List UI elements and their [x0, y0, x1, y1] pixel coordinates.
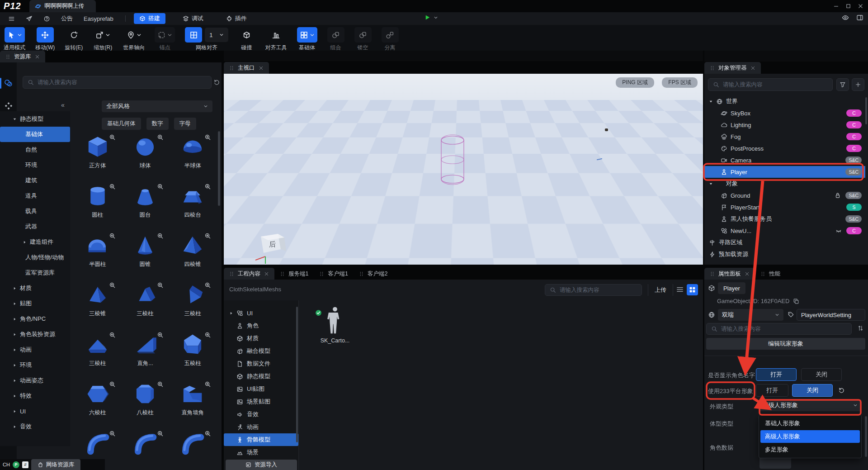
object-name-chip[interactable]: Player: [718, 282, 745, 294]
style-filter-dropdown[interactable]: 全部风格: [102, 100, 212, 112]
category-item[interactable]: 建造组件: [0, 234, 70, 250]
magnify-plus-icon[interactable]: [157, 135, 164, 141]
drag-handle-icon[interactable]: [710, 66, 715, 71]
mode-button[interactable]: 搭建: [134, 13, 165, 24]
object-tree-row[interactable]: Lighting C: [704, 119, 865, 131]
magnify-plus-icon[interactable]: [204, 332, 211, 338]
properties-scrollbar[interactable]: [865, 416, 867, 457]
asset-shape-item[interactable]: 八棱柱: [121, 382, 169, 421]
toolbar-tool[interactable]: 分离: [382, 27, 399, 52]
nameplate-on-button[interactable]: 打开: [756, 368, 797, 381]
ime-toggle-icon[interactable]: ⇵: [22, 461, 28, 468]
project-tree-row[interactable]: 数据文件: [224, 357, 298, 370]
drag-handle-icon[interactable]: [710, 271, 715, 276]
magnify-plus-icon[interactable]: [204, 430, 211, 437]
tab-performance[interactable]: 性能: [755, 268, 786, 280]
magnify-plus-icon[interactable]: [204, 282, 211, 289]
asset-shape-item[interactable]: [169, 431, 217, 470]
asset-shape-item[interactable]: 球体: [121, 135, 169, 174]
minimize-icon[interactable]: [833, 3, 839, 9]
shapes-rail-icon[interactable]: [4, 79, 13, 88]
appearance-type-select[interactable]: 高级人形形象: [759, 399, 862, 411]
asset-shape-item[interactable]: 六棱柱: [74, 382, 121, 421]
network-library-button[interactable]: 网络资源库: [31, 459, 81, 470]
import-resource-button[interactable]: 资源导入: [226, 460, 297, 470]
expander-icon[interactable]: [13, 425, 17, 429]
project-tree-row[interactable]: UI: [224, 307, 298, 319]
toolbar-tool[interactable]: 移动(W): [35, 27, 55, 52]
ping-zone-badge[interactable]: PING 区域: [616, 77, 654, 88]
category-item[interactable]: 蓝军资源库: [0, 265, 70, 280]
asset-shape-item[interactable]: 半圆柱: [74, 233, 121, 272]
visibility-icon[interactable]: [842, 14, 849, 21]
object-tree-row[interactable]: 对象: [704, 178, 865, 190]
expander-icon[interactable]: [229, 311, 233, 315]
list-view-icon[interactable]: [676, 285, 684, 294]
upload-button[interactable]: 上传: [648, 284, 673, 296]
asset-shape-item[interactable]: 直角墙角: [169, 382, 217, 421]
assets-scrollbar[interactable]: [218, 131, 220, 206]
project-tree-row[interactable]: UI贴图: [224, 383, 298, 395]
category-item[interactable]: UI: [0, 404, 70, 419]
close-tab-icon[interactable]: [745, 271, 750, 276]
publish-icon[interactable]: [26, 15, 33, 22]
toolbar-tool[interactable]: 通用模式: [4, 27, 25, 52]
toolbar-tool[interactable]: 碰撞: [238, 27, 255, 52]
expander-icon[interactable]: [13, 317, 17, 321]
category-item[interactable]: 环境: [0, 157, 70, 173]
layout-panels-icon[interactable]: [856, 14, 863, 21]
project-search-input[interactable]: 请输入搜索内容: [545, 284, 642, 296]
category-item[interactable]: 建筑: [0, 173, 70, 188]
expander-icon[interactable]: [709, 100, 713, 104]
magnify-plus-icon[interactable]: [109, 430, 116, 437]
asset-shape-item[interactable]: 三棱柱: [121, 283, 169, 322]
asset-shape-item[interactable]: 圆柱: [74, 184, 121, 223]
category-item[interactable]: 武器: [0, 219, 70, 234]
magnify-plus-icon[interactable]: [109, 233, 116, 239]
mode-button[interactable]: 调试: [177, 13, 209, 24]
asset-shape-item[interactable]: 三棱锥: [74, 283, 121, 322]
magnify-plus-icon[interactable]: [109, 183, 116, 190]
magnify-plus-icon[interactable]: [204, 381, 211, 388]
tab-assets[interactable]: 资源库: [0, 51, 45, 62]
dropdown-option[interactable]: 高级人形形象: [760, 430, 860, 443]
play-options-caret-icon[interactable]: [434, 15, 438, 20]
project-tree-row[interactable]: 材质: [224, 332, 298, 345]
close-tab-icon[interactable]: [750, 66, 755, 71]
object-tree-row[interactable]: NewU... C: [704, 225, 865, 237]
magnify-plus-icon[interactable]: [157, 282, 164, 289]
drag-handle-icon[interactable]: [280, 271, 285, 276]
category-item[interactable]: 自然: [0, 142, 70, 157]
filter-chip[interactable]: 字母: [174, 118, 196, 130]
object-tree-row[interactable]: 黑人快餐服务员 S&C: [704, 213, 865, 225]
expander-icon[interactable]: [23, 240, 27, 244]
hidden-eye-icon[interactable]: [835, 228, 842, 234]
toolbar-tool[interactable]: 组合: [327, 27, 344, 52]
play-icon[interactable]: [424, 14, 431, 21]
copy-icon[interactable]: [793, 298, 799, 304]
project-tree-row[interactable]: 静态模型: [224, 370, 298, 383]
object-tree-row[interactable]: 寻路区域: [704, 237, 865, 248]
side-select[interactable]: 双端: [718, 309, 783, 321]
project-content-area[interactable]: SK_Carto...: [298, 300, 703, 470]
expander-icon[interactable]: [13, 117, 17, 121]
lang-indicator[interactable]: CH: [3, 462, 10, 467]
category-item[interactable]: 载具: [0, 204, 70, 219]
magnify-plus-icon[interactable]: [157, 381, 164, 388]
project-tree-row[interactable]: 音效: [224, 408, 298, 421]
help-icon[interactable]: [43, 15, 50, 22]
lock-icon[interactable]: [835, 192, 841, 199]
platform233-on-button[interactable]: 打开: [756, 384, 788, 397]
object-tree-row[interactable]: Fog C: [704, 131, 865, 142]
tab-object-manager[interactable]: 对象管理器: [704, 62, 761, 74]
object-tree-row[interactable]: SkyBox C: [704, 107, 865, 119]
toolbar-tool[interactable]: 基础体: [297, 27, 317, 52]
category-item[interactable]: 动画姿态: [0, 373, 70, 388]
magnify-plus-icon[interactable]: [204, 233, 211, 239]
magnify-plus-icon[interactable]: [157, 183, 164, 190]
add-object-icon[interactable]: [852, 78, 864, 91]
project-tree-row[interactable]: 角色: [224, 319, 298, 332]
collapse-categories-icon[interactable]: «: [61, 101, 65, 109]
project-tree-row[interactable]: 骨骼模型: [224, 433, 298, 446]
mode-button[interactable]: 插件: [221, 13, 252, 24]
